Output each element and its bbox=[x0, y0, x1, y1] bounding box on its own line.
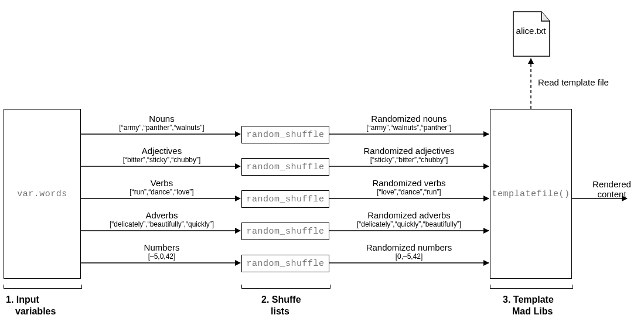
flow-label-numbers-out: Randomized numbers[0,–5,42] bbox=[334, 242, 484, 261]
output-label: Renderedcontent bbox=[584, 179, 640, 199]
bracket-3 bbox=[490, 285, 573, 289]
step-3: 3. TemplateMad Libs bbox=[503, 294, 554, 317]
flow-label-adverbs-in: Adverbs[“delicately”,“beautifully”,“quic… bbox=[88, 210, 236, 228]
flow-label-adjectives-out: Randomized adjectives[“sticky”,“bitter”,… bbox=[334, 146, 484, 164]
template-box-label: templatefile() bbox=[492, 189, 570, 199]
flow-label-numbers-in: Numbers[–5,0,42] bbox=[88, 242, 236, 261]
file-icon: alice.txt bbox=[506, 11, 556, 57]
flow-label-verbs-in: Verbs[“run”,“dance”,“love”] bbox=[88, 178, 236, 196]
shuffle-label: random_shuffle bbox=[246, 194, 324, 204]
shuffle-box-3: random_shuffle bbox=[241, 190, 329, 208]
diagram-canvas: alice.txt Read template file var.words r… bbox=[0, 0, 644, 332]
shuffle-box-4: random_shuffle bbox=[241, 223, 329, 240]
shuffle-label: random_shuffle bbox=[246, 162, 324, 172]
step-1: 1. Inputvariables bbox=[6, 294, 56, 317]
input-box: var.words bbox=[4, 109, 81, 279]
read-file-label: Read template file bbox=[538, 77, 609, 87]
bracket-2 bbox=[241, 285, 330, 289]
shuffle-label: random_shuffle bbox=[246, 259, 324, 269]
step-2: 2. Shuffelists bbox=[261, 294, 301, 317]
flow-label-nouns-out: Randomized nouns[“army”,“walnuts”,“panth… bbox=[334, 114, 484, 132]
flow-label-adverbs-out: Randomized adverbs[“delicately”,“quickly… bbox=[334, 210, 484, 228]
bracket-1 bbox=[4, 285, 82, 289]
file-name: alice.txt bbox=[506, 26, 556, 36]
flow-label-verbs-out: Randomized verbs[“love”,“dance”,“run”] bbox=[334, 178, 484, 196]
shuffle-box-2: random_shuffle bbox=[241, 158, 329, 176]
shuffle-label: random_shuffle bbox=[246, 130, 324, 140]
input-box-label: var.words bbox=[17, 189, 67, 199]
shuffle-box-5: random_shuffle bbox=[241, 255, 329, 272]
shuffle-label: random_shuffle bbox=[246, 227, 324, 237]
template-box: templatefile() bbox=[490, 109, 572, 279]
flow-label-adjectives-in: Adjectives[“bitter”,“sticky”,“chubby”] bbox=[88, 146, 236, 164]
flow-label-nouns-in: Nouns[“army”,“panther”,“walnuts”] bbox=[88, 114, 236, 132]
shuffle-box-1: random_shuffle bbox=[241, 126, 329, 143]
